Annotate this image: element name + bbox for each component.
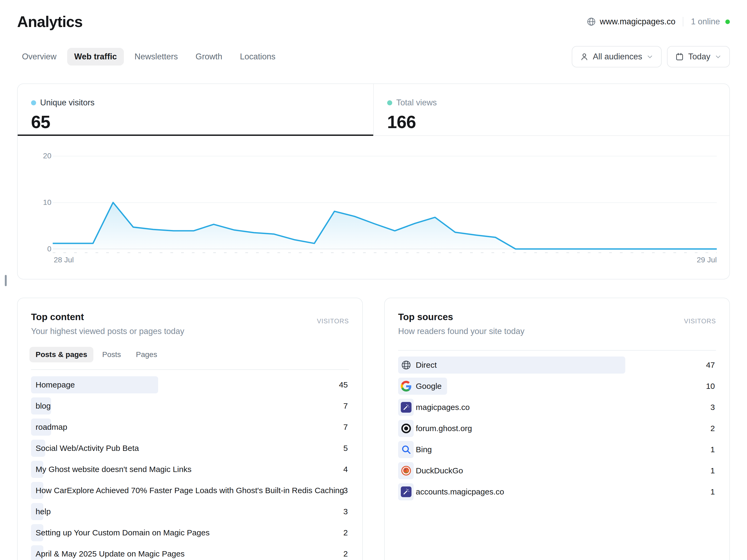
stat-tile-unique-visitors[interactable]: Unique visitors 65 [18, 84, 373, 135]
visitors-count: 10 [706, 378, 715, 395]
visitors-count: 7 [343, 419, 348, 436]
divider [398, 350, 716, 351]
online-status-dot [725, 20, 730, 24]
audience-filter-label: All audiences [593, 52, 642, 61]
list-item[interactable]: blog7 [31, 397, 349, 415]
list-item[interactable]: Setting up Your Custom Domain on Magic P… [31, 524, 349, 541]
x-axis-label-start: 28 Jul [54, 256, 74, 264]
item-label: How CarExplore Achieved 70% Faster Page … [35, 482, 344, 499]
visitors-column-header: VISITORS [684, 317, 716, 336]
scrollbar-thumb[interactable] [5, 275, 7, 286]
content-tab-posts[interactable]: Posts [96, 347, 127, 363]
list-item[interactable]: April & May 2025 Update on Magic Pages2 [31, 545, 349, 560]
ghost-icon [401, 423, 412, 434]
list-item[interactable]: DuckDuckGo1 [398, 462, 716, 479]
stat-label: Total views [396, 98, 437, 107]
top-content-list: Homepage45blog7roadmap7Social Web/Activi… [31, 376, 349, 560]
analytics-page: Analytics www.magicpages.co 1 online Ove… [0, 0, 747, 560]
visitors-count: 7 [343, 397, 348, 415]
y-axis-tick-label: 0 [28, 245, 51, 253]
online-count: 1 online [691, 17, 720, 26]
audience-filter-button[interactable]: All audiences [572, 46, 662, 68]
visitors-count: 1 [710, 441, 715, 458]
top-sources-list: Direct47Google10magicpages.co3forum.ghos… [398, 356, 716, 500]
list-item[interactable]: Homepage45 [31, 376, 349, 393]
nav-row: OverviewWeb trafficNewslettersGrowthLoca… [17, 46, 730, 68]
tab-overview[interactable]: Overview [15, 48, 63, 65]
visitors-count: 2 [343, 524, 348, 541]
visitors-count: 1 [710, 483, 715, 500]
magicpages-icon [401, 402, 412, 412]
content-tab-pages[interactable]: Pages [130, 347, 163, 363]
item-label: roadmap [35, 419, 67, 436]
stat-tile-total-views[interactable]: Total views 166 [373, 84, 729, 135]
item-label: forum.ghost.org [416, 420, 472, 437]
list-item[interactable]: My Ghost website doesn't send Magic Link… [31, 461, 349, 478]
list-item[interactable]: Social Web/Activity Pub Beta5 [31, 439, 349, 457]
stat-row: Unique visitors 65 Total views 166 [18, 84, 729, 136]
top-content-subtitle: Your highest viewed posts or pages today [31, 326, 184, 336]
tab-newsletters[interactable]: Newsletters [128, 48, 185, 65]
visitors-count: 1 [710, 462, 715, 479]
top-sources-subtitle: How readers found your site today [398, 326, 524, 336]
item-label: magicpages.co [416, 399, 470, 416]
list-item[interactable]: forum.ghost.org2 [398, 420, 716, 437]
bottom-cards: Top content Your highest viewed posts or… [17, 298, 730, 560]
visitors-count: 2 [710, 420, 715, 437]
item-label: April & May 2025 Update on Magic Pages [35, 545, 185, 560]
date-range-button[interactable]: Today [667, 46, 730, 68]
filter-buttons: All audiences Today [572, 46, 730, 68]
y-axis-tick-label: 20 [28, 152, 51, 160]
list-item[interactable]: roadmap7 [31, 419, 349, 436]
item-label: blog [35, 397, 51, 415]
tab-growth[interactable]: Growth [189, 48, 229, 65]
page-title: Analytics [17, 13, 82, 30]
top-sources-card: Top sources How readers found your site … [384, 298, 730, 560]
unique-visitors-value: 65 [31, 112, 373, 132]
tab-locations[interactable]: Locations [233, 48, 283, 65]
total-views-dot [387, 100, 392, 105]
globe-icon [587, 17, 596, 26]
tab-web-traffic[interactable]: Web traffic [67, 48, 124, 65]
list-item[interactable]: magicpages.co3 [398, 399, 716, 416]
top-sources-title: Top sources [398, 312, 524, 322]
visitors-count: 3 [343, 503, 348, 520]
divider [31, 369, 349, 370]
list-item[interactable]: accounts.magicpages.co1 [398, 483, 716, 500]
area-chart-svg [53, 136, 717, 279]
unique-visitors-dot [31, 100, 36, 105]
list-item[interactable]: Google10 [398, 378, 716, 395]
bing-icon [401, 444, 412, 455]
list-item[interactable]: Bing1 [398, 441, 716, 458]
date-range-label: Today [688, 52, 710, 61]
site-domain-link[interactable]: www.magicpages.co [600, 17, 675, 26]
person-icon [580, 52, 589, 61]
item-label: DuckDuckGo [416, 462, 463, 479]
item-label: accounts.magicpages.co [416, 483, 504, 500]
item-label: Google [416, 378, 442, 395]
visitors-count: 3 [343, 482, 348, 499]
chevron-down-icon [714, 53, 722, 60]
traffic-card: Unique visitors 65 Total views 166 01020… [17, 83, 730, 279]
total-views-value: 166 [387, 112, 729, 132]
content-tab-posts-pages[interactable]: Posts & pages [29, 347, 93, 363]
google-icon [401, 381, 412, 392]
top-content-card: Top content Your highest viewed posts or… [17, 298, 363, 560]
item-label: Setting up Your Custom Domain on Magic P… [35, 524, 209, 541]
y-axis-tick-label: 10 [28, 198, 51, 207]
magicpages-icon [401, 486, 412, 497]
visitors-count: 5 [343, 439, 348, 457]
x-axis-label-end: 29 Jul [674, 256, 717, 264]
stat-label: Unique visitors [40, 98, 95, 107]
list-item[interactable]: help3 [31, 503, 349, 520]
list-item[interactable]: Direct47 [398, 356, 716, 374]
visitors-count: 3 [710, 399, 715, 416]
visitors-column-header: VISITORS [317, 317, 349, 336]
analytics-tabs: OverviewWeb trafficNewslettersGrowthLoca… [15, 48, 282, 65]
duckduckgo-icon [401, 465, 412, 476]
globe-icon [401, 360, 412, 370]
item-label: Direct [416, 356, 437, 374]
list-item[interactable]: How CarExplore Achieved 70% Faster Page … [31, 482, 349, 499]
top-content-title: Top content [31, 312, 184, 322]
traffic-chart[interactable]: 0102028 Jul29 Jul [18, 136, 729, 279]
